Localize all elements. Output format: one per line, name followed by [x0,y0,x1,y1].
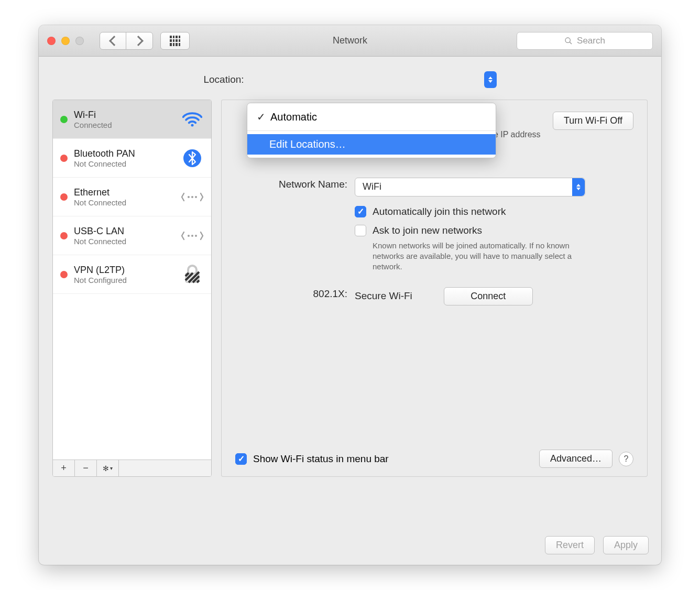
interface-name: VPN (L2TP) [74,265,181,276]
ask-join-checkbox[interactable] [355,225,366,236]
location-menu-item-edit[interactable]: Edit Locations… [247,134,496,155]
content-area: Location: ✓ Automatic Edit Locations… [39,57,661,565]
location-label: Location: [203,74,244,85]
interface-row-usbc[interactable]: USB-C LAN Not Connected [53,216,211,255]
minimize-button[interactable] [61,37,70,45]
window-controls [47,37,84,45]
wifi-icon [181,112,204,127]
toggle-wifi-button[interactable]: Turn Wi-Fi Off [553,112,633,130]
svg-point-8 [191,235,193,237]
interface-row-bluetooth[interactable]: Bluetooth PAN Not Connected [53,139,211,178]
network-name-dropdown[interactable]: WiFi [355,178,585,196]
show-status-label: Show Wi-Fi status in menu bar [253,453,389,465]
status-dot-icon [60,155,68,162]
8021x-value: Secure Wi-Fi [355,290,412,302]
checkmark-icon: ✓ [257,111,265,123]
add-interface-button[interactable]: + [53,460,75,476]
interface-name: Wi-Fi [74,110,181,121]
svg-point-2 [191,124,193,126]
ask-join-label: Ask to join new networks [373,225,482,236]
close-button[interactable] [47,37,56,45]
ethernet-icon [181,189,204,205]
lock-icon [181,265,204,285]
network-name-row: Network Name: WiFi [235,178,633,196]
bluetooth-icon [181,149,204,168]
interface-list-panel: Wi-Fi Connected Bluetooth PAN Not Connec… [52,100,212,477]
interface-status: Not Connected [74,237,181,246]
interface-row-wifi[interactable]: Wi-Fi Connected [53,100,211,139]
8021x-row: 802.1X: Secure Wi-Fi Connect [235,287,633,305]
zoom-button [75,37,84,45]
interface-status: Connected [74,121,181,129]
search-field[interactable]: Search [517,32,653,50]
network-name-value: WiFi [363,181,381,192]
svg-point-6 [195,196,197,198]
ethernet-icon [181,228,204,244]
show-all-button[interactable] [160,32,190,50]
interface-actions-button[interactable]: ✻▾ [97,460,119,476]
remove-interface-button[interactable]: − [75,460,97,476]
interface-toolbar: + − ✻▾ [53,460,211,476]
network-name-label: Network Name: [235,178,355,196]
auto-join-label: Automatically join this network [373,206,506,217]
window-footer-buttons: Revert Apply [545,536,649,554]
auto-join-checkbox[interactable] [355,206,366,217]
advanced-button[interactable]: Advanced… [539,450,612,468]
status-dot-icon [60,232,68,239]
svg-point-9 [195,235,197,237]
forward-button[interactable] [126,32,152,49]
panel-footer: Show Wi-Fi status in menu bar Advanced… … [235,450,633,468]
apply-button[interactable]: Apply [603,536,649,554]
search-icon [564,37,573,45]
svg-point-5 [191,196,193,198]
ask-join-hint: Known networks will be joined automatica… [373,241,582,272]
interface-status: Not Configured [74,276,181,285]
nav-buttons [100,32,153,50]
gear-icon: ✻ [103,464,109,473]
status-dot-icon [60,271,68,278]
show-status-checkbox[interactable] [235,453,247,465]
interface-name: Bluetooth PAN [74,148,181,159]
location-row: Location: [52,71,648,88]
svg-point-0 [565,38,570,42]
interface-list: Wi-Fi Connected Bluetooth PAN Not Connec… [53,100,211,460]
back-button[interactable] [100,32,126,49]
svg-line-1 [570,42,572,44]
status-dot-icon [60,193,68,201]
location-dropdown[interactable] [250,71,497,88]
revert-button[interactable]: Revert [545,536,595,554]
status-dot-icon [60,116,68,123]
interface-row-ethernet[interactable]: Ethernet Not Connected [53,178,211,216]
dropdown-arrows-icon [484,71,497,88]
interface-name: Ethernet [74,187,181,198]
interface-status: Not Connected [74,159,181,168]
dropdown-arrows-icon [572,178,585,196]
connect-button[interactable]: Connect [444,287,533,305]
8021x-label: 802.1X: [235,287,355,305]
chevron-down-icon: ▾ [110,465,113,471]
interface-row-vpn[interactable]: VPN (L2TP) Not Configured [53,255,211,294]
titlebar: Network Search [39,25,661,57]
svg-point-4 [188,196,190,198]
location-menu: ✓ Automatic Edit Locations… [247,103,496,158]
help-button[interactable]: ? [619,452,633,466]
location-menu-item-automatic[interactable]: ✓ Automatic [247,106,496,127]
interface-name: USB-C LAN [74,226,181,237]
interface-status: Not Connected [74,198,181,207]
network-prefs-window: Network Search Location: ✓ Automatic [39,25,661,565]
grid-icon [170,36,180,46]
search-placeholder: Search [577,36,605,46]
svg-point-7 [188,235,190,237]
